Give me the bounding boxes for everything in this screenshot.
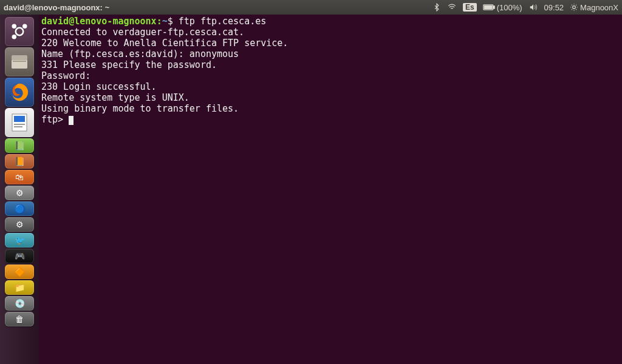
terminal-line: Using binary mode to transfer files.	[41, 103, 239, 114]
command-text: ftp ftp.cesca.es	[179, 16, 267, 27]
terminal-line: Remote system type is UNIX.	[41, 92, 190, 103]
prompt-userhost: david@lenovo-magnoonx	[41, 16, 157, 27]
unity-launcher: 📗 📙 🛍 ⚙ 🔵 ⚙ 🐦 🎮 🔶 📁 💿 🗑	[0, 15, 39, 364]
terminal-line: Name (ftp.cesca.es:david): anonymous	[41, 49, 239, 59]
app-launcher-icon-4[interactable]: 🎮	[5, 249, 34, 263]
writer-launcher-icon[interactable]	[5, 108, 34, 137]
terminal-line: 230 Login successful.	[41, 81, 157, 92]
svg-rect-10	[13, 61, 26, 62]
svg-rect-14	[14, 124, 25, 125]
app-launcher-icon-1[interactable]: ⚙	[5, 186, 34, 200]
bluetooth-icon[interactable]	[432, 3, 441, 12]
volume-icon[interactable]	[528, 3, 538, 12]
window-title: david@lenovo-magnoonx: ~	[4, 3, 432, 12]
trash-launcher-icon[interactable]: 🗑	[5, 312, 34, 326]
clock[interactable]: 09:52	[544, 3, 564, 12]
svg-point-3	[573, 6, 576, 9]
calc-launcher-icon[interactable]: 📗	[5, 138, 34, 153]
svg-point-7	[16, 28, 24, 36]
software-center-icon[interactable]: 🛍	[5, 170, 34, 184]
terminal-line: Password:	[41, 70, 91, 81]
dash-button[interactable]	[5, 17, 34, 46]
ftp-prompt: ftp>	[41, 114, 69, 125]
indicator-area: Es (100%) 09:52 MagnoonX	[432, 3, 618, 12]
svg-rect-13	[14, 116, 25, 122]
firefox-launcher-icon[interactable]	[5, 78, 34, 107]
svg-rect-15	[14, 126, 22, 127]
impress-launcher-icon[interactable]: 📙	[5, 154, 34, 169]
terminal-cursor	[69, 116, 73, 125]
svg-rect-2	[484, 6, 492, 9]
terminal-window[interactable]: david@lenovo-magnoonx:~$ ftp ftp.cesca.e…	[39, 15, 622, 364]
wifi-icon[interactable]	[447, 3, 457, 12]
prompt-path: ~	[162, 16, 168, 27]
svg-point-4	[12, 24, 17, 29]
terminal-line: 220 Welcome to Anella Cientifica FTP ser…	[41, 38, 288, 49]
app-launcher-icon-7[interactable]: 💿	[5, 296, 34, 311]
svg-point-6	[12, 35, 17, 39]
session-menu[interactable]: MagnoonX	[570, 3, 618, 12]
svg-rect-1	[493, 6, 494, 8]
svg-point-5	[22, 24, 27, 29]
keyboard-language-indicator[interactable]: Es	[463, 3, 477, 12]
files-launcher-icon[interactable]	[5, 47, 34, 76]
app-launcher-icon-3[interactable]: 🐦	[5, 233, 34, 248]
settings-launcher-icon[interactable]: ⚙	[5, 217, 34, 232]
terminal-line: 331 Please specify the password.	[41, 59, 217, 70]
top-menubar: david@lenovo-magnoonx: ~ Es (100%) 09:52…	[0, 0, 622, 15]
app-launcher-icon-5[interactable]: 🔶	[5, 265, 34, 279]
battery-percent: (100%)	[497, 3, 522, 12]
battery-indicator[interactable]: (100%)	[483, 3, 522, 12]
session-user: MagnoonX	[580, 3, 618, 12]
terminal-line: Connected to verdaguer-ftp.cesca.cat.	[41, 27, 244, 38]
app-launcher-icon-2[interactable]: 🔵	[5, 201, 34, 216]
app-launcher-icon-6[interactable]: 📁	[5, 280, 34, 295]
